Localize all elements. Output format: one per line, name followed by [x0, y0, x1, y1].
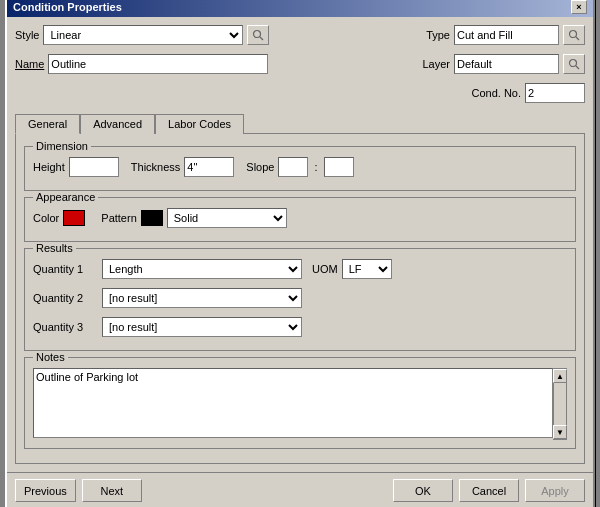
notes-area-wrap: Outline of Parking lot	[33, 368, 553, 440]
apply-button[interactable]: Apply	[525, 479, 585, 502]
ok-button[interactable]: OK	[393, 479, 453, 502]
tab-labor-codes[interactable]: Labor Codes	[155, 114, 244, 134]
svg-line-5	[576, 66, 579, 69]
title-bar-buttons: ×	[571, 0, 587, 14]
notes-wrapper: Outline of Parking lot ▲ ▼	[33, 368, 567, 440]
style-label: Style	[15, 29, 39, 41]
window-title: Condition Properties	[13, 1, 122, 13]
results-group: Results Quantity 1 Length UOM LF	[24, 248, 576, 351]
qty1-label: Quantity 1	[33, 263, 98, 275]
next-button[interactable]: Next	[82, 479, 142, 502]
condition-properties-window: Condition Properties × Style Linear	[5, 0, 595, 507]
color-picker[interactable]	[63, 210, 85, 226]
thickness-label: Thickness	[131, 161, 181, 173]
svg-point-0	[254, 31, 261, 38]
qty2-select[interactable]: [no result]	[102, 288, 302, 308]
condno-row: Cond. No.	[365, 83, 585, 103]
right-buttons: OK Cancel Apply	[393, 479, 585, 502]
slope-input1[interactable]	[278, 157, 308, 177]
left-buttons: Previous Next	[15, 479, 142, 502]
name-row: Name	[15, 54, 357, 74]
type-row: Type	[365, 25, 585, 45]
style-row: Style Linear	[15, 25, 357, 45]
svg-point-4	[570, 60, 577, 67]
qty2-label: Quantity 2	[33, 292, 98, 304]
style-search-button[interactable]	[247, 25, 269, 45]
qty1-row: Quantity 1 Length UOM LF	[33, 259, 567, 279]
qty2-row: Quantity 2 [no result]	[33, 288, 567, 308]
appearance-row: Color Pattern Solid	[33, 208, 567, 228]
content-area: Style Linear Name	[7, 17, 593, 472]
scroll-down-button[interactable]: ▼	[553, 425, 567, 439]
layer-row: Layer	[365, 54, 585, 74]
layer-input[interactable]	[454, 54, 559, 74]
height-input[interactable]	[69, 157, 119, 177]
slope-input2[interactable]	[324, 157, 354, 177]
results-legend: Results	[33, 242, 76, 254]
pattern-select[interactable]: Solid	[167, 208, 287, 228]
notes-legend: Notes	[33, 351, 68, 363]
condno-label: Cond. No.	[471, 87, 521, 99]
notes-scrollbar[interactable]: ▲ ▼	[553, 368, 567, 440]
appearance-group: Appearance Color Pattern Solid	[24, 197, 576, 242]
notes-group: Notes Outline of Parking lot ▲ ▼	[24, 357, 576, 449]
notes-textarea[interactable]: Outline of Parking lot	[33, 368, 553, 438]
previous-button[interactable]: Previous	[15, 479, 76, 502]
layer-search-icon	[567, 57, 581, 71]
title-bar: Condition Properties ×	[7, 0, 593, 17]
cancel-button[interactable]: Cancel	[459, 479, 519, 502]
height-label: Height	[33, 161, 65, 173]
qty3-row: Quantity 3 [no result]	[33, 317, 567, 337]
type-search-button[interactable]	[563, 25, 585, 45]
tabs-bar: General Advanced Labor Codes	[15, 113, 585, 133]
uom-label: UOM	[312, 263, 338, 275]
tab-general[interactable]: General	[15, 114, 80, 134]
condno-input[interactable]	[525, 83, 585, 103]
qty1-select[interactable]: Length	[102, 259, 302, 279]
color-label: Color	[33, 212, 59, 224]
svg-line-3	[576, 37, 579, 40]
type-search-icon	[567, 28, 581, 42]
qty3-select[interactable]: [no result]	[102, 317, 302, 337]
tab-content-general: Dimension Height Thickness Slope :	[15, 133, 585, 464]
appearance-legend: Appearance	[33, 191, 98, 203]
qty3-label: Quantity 3	[33, 321, 98, 333]
dimension-group: Dimension Height Thickness Slope :	[24, 146, 576, 191]
layer-label: Layer	[422, 58, 450, 70]
svg-point-2	[570, 31, 577, 38]
dimension-legend: Dimension	[33, 140, 91, 152]
slope-separator: :	[314, 161, 317, 173]
pattern-color-box[interactable]	[141, 210, 163, 226]
layer-search-button[interactable]	[563, 54, 585, 74]
scroll-up-button[interactable]: ▲	[553, 369, 567, 383]
close-button[interactable]: ×	[571, 0, 587, 14]
style-select[interactable]: Linear	[43, 25, 243, 45]
type-label: Type	[426, 29, 450, 41]
svg-line-1	[260, 37, 263, 40]
name-input[interactable]	[48, 54, 268, 74]
dimension-row: Height Thickness Slope :	[33, 157, 567, 177]
type-input[interactable]	[454, 25, 559, 45]
thickness-input[interactable]	[184, 157, 234, 177]
uom-select[interactable]: LF	[342, 259, 392, 279]
bottom-bar: Previous Next OK Cancel Apply	[7, 472, 593, 507]
style-search-icon	[251, 28, 265, 42]
tab-advanced[interactable]: Advanced	[80, 114, 155, 134]
name-label: Name	[15, 58, 44, 70]
slope-label: Slope	[246, 161, 274, 173]
pattern-label: Pattern	[101, 212, 136, 224]
